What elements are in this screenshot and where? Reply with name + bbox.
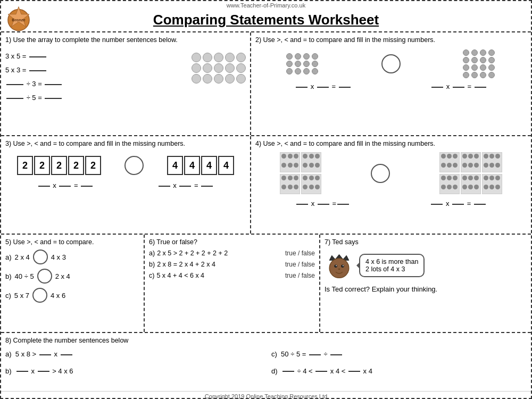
blank xyxy=(16,371,28,372)
section7: 7) Ted says xyxy=(320,235,531,332)
dot xyxy=(312,68,318,74)
blank xyxy=(348,371,360,372)
dot xyxy=(480,72,486,78)
s8-header: 8) Complete the number sentences below xyxy=(5,336,527,345)
dot xyxy=(295,53,301,60)
s6-row-a: a) 2 x 5 > 2 + 2 + 2 + 2 + 2 true / fals… xyxy=(149,250,315,257)
s1-eq4: ÷ 5 = xyxy=(5,91,186,105)
s8-a-label: a) xyxy=(5,350,12,358)
s4-left-row2 xyxy=(280,174,321,194)
blank xyxy=(309,354,321,355)
dice-dot xyxy=(495,154,500,159)
dot xyxy=(295,61,301,67)
compare-circle-a xyxy=(33,250,48,264)
s4-left-group xyxy=(280,152,321,194)
blank xyxy=(330,354,342,355)
dice-dot xyxy=(441,163,446,168)
s1-eq2: 5 x 3 = xyxy=(5,63,186,77)
s5-rows: a) 2 x 4 4 x 3 b) 40 ÷ 5 2 x 4 c) 5 x 7 xyxy=(5,250,139,303)
dice-dot xyxy=(303,185,307,189)
s5-c-right: 4 x 6 xyxy=(51,292,65,300)
dice-dot xyxy=(288,163,293,168)
dice-dot xyxy=(468,163,473,168)
s1-eq2-text: 5 x 3 = xyxy=(5,66,26,74)
dice-dot xyxy=(441,185,446,189)
dice-card xyxy=(280,174,300,194)
dice-dot xyxy=(294,154,298,159)
s2-eq-row: x = x = xyxy=(255,82,527,90)
dice-dot xyxy=(474,185,479,189)
dot xyxy=(214,63,223,73)
dice-dot xyxy=(288,154,293,159)
dot xyxy=(214,53,223,62)
dice-card xyxy=(439,152,460,172)
s4-eq-right: x = xyxy=(430,200,487,207)
s3-eq-left: x = xyxy=(37,181,94,189)
dot xyxy=(225,74,235,84)
blank xyxy=(38,371,49,372)
row4: 8) Complete the number sentences below a… xyxy=(1,333,531,391)
s5-row-c: c) 5 x 7 4 x 6 xyxy=(5,288,139,303)
row2: 3) Use >, < and = to compare and fill in… xyxy=(1,136,531,235)
s6-c-label: c) xyxy=(149,272,154,279)
s1-blank2 xyxy=(29,70,46,71)
dot xyxy=(471,64,478,71)
blank xyxy=(61,354,72,355)
compare-circle-s4 xyxy=(371,164,390,183)
compare-circle-b xyxy=(37,269,52,284)
array-row2 xyxy=(192,63,246,73)
dice-dot xyxy=(484,163,488,168)
s5-b-left: 40 ÷ 5 xyxy=(15,272,34,280)
dot xyxy=(463,57,469,63)
num-box: 4 xyxy=(201,156,217,175)
s4-left-row1 xyxy=(280,152,321,172)
dot xyxy=(192,63,201,73)
dot xyxy=(488,64,495,71)
footer: Copyright 2019 Online Teaching Resources… xyxy=(1,391,531,399)
s4-right-row1 xyxy=(439,152,502,172)
dice-card xyxy=(482,174,502,194)
s1-blank3b xyxy=(45,84,62,85)
s1-eq3: ÷ 3 = xyxy=(5,77,186,91)
num-box: 2 xyxy=(34,156,50,175)
ted-face-row: 4 x 6 is more than 2 lots of 4 x 3 xyxy=(325,251,527,280)
dice-dot xyxy=(315,154,320,159)
dice-dot xyxy=(484,185,488,189)
dice-dot xyxy=(303,163,307,168)
dice-dot xyxy=(315,163,320,168)
dice-dot xyxy=(288,176,293,180)
dot xyxy=(471,72,478,78)
dot xyxy=(463,49,469,56)
s6-header: 6) True or false? xyxy=(149,238,315,246)
s1-eq1-text: 3 x 5 = xyxy=(5,52,26,60)
dice-dot xyxy=(453,185,458,189)
s6-c-eq: 5 x 4 + 4 < 6 x 4 xyxy=(156,272,204,279)
s3-inner: 2 2 2 2 2 4 4 4 4 xyxy=(5,156,246,175)
speech-bubble: 4 x 6 is more than 2 lots of 4 x 3 xyxy=(359,254,425,277)
dot xyxy=(480,64,486,71)
dot xyxy=(214,74,223,84)
s8-col-left: a) 5 x 8 > x b) x > 4 x 6 xyxy=(5,348,261,381)
blank xyxy=(39,354,51,355)
num-box: 2 xyxy=(68,156,84,175)
dice-dot xyxy=(474,163,479,168)
bronze-badge: Bronze xyxy=(5,4,32,34)
s8-col-right: c) 50 ÷ 5 = ÷ d) ÷ 4 < x 4 < x 4 xyxy=(271,348,527,381)
dice-dot xyxy=(453,154,458,159)
dice-dot xyxy=(309,185,314,189)
s5-c-label: c) xyxy=(5,292,11,300)
dice-dot xyxy=(489,154,494,159)
page-title: Comparing Statements Worksheet xyxy=(153,12,379,28)
dice-dot xyxy=(288,185,293,189)
dice-dot xyxy=(309,154,314,159)
s8-row-d: d) ÷ 4 < x 4 < x 4 xyxy=(271,365,527,377)
dice-dot xyxy=(462,185,467,189)
dice-card xyxy=(301,152,321,172)
s8-row-a: a) 5 x 8 > x xyxy=(5,348,261,360)
dice-dot xyxy=(489,163,494,168)
s6-a-eq: 2 x 5 > 2 + 2 + 2 + 2 + 2 xyxy=(157,250,228,257)
dot xyxy=(225,63,235,73)
dice-card xyxy=(482,152,502,172)
content-area: 1) Use the array to complete the number … xyxy=(1,31,531,391)
s2-eq-left: x = xyxy=(295,82,352,90)
